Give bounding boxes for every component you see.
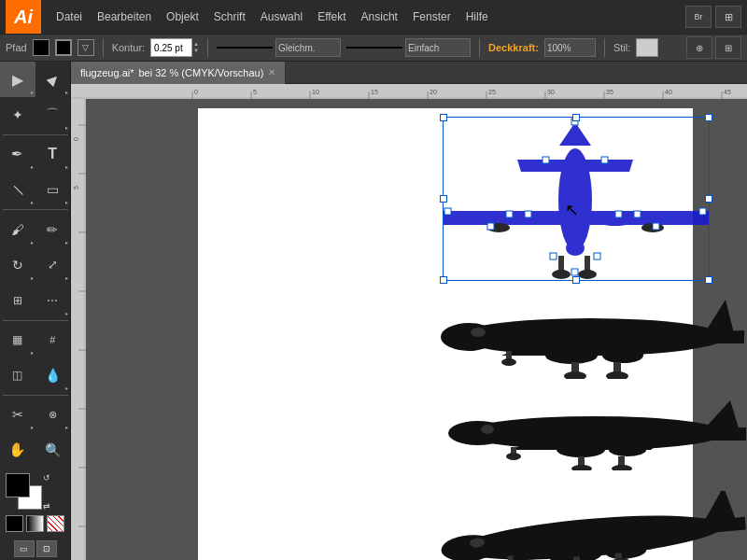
separator-2 (207, 38, 208, 57)
menu-fenster[interactable]: Fenster (405, 0, 458, 34)
document-canvas: ↖ (198, 108, 693, 560)
bridge-button[interactable]: Br (685, 6, 712, 28)
swap-colors-icon[interactable]: ⇄ (43, 501, 50, 511)
svg-marker-80 (703, 427, 746, 441)
tool-row-1: ▶ ▸ ▶ ▸ (0, 62, 70, 97)
svg-rect-58 (653, 223, 659, 230)
svg-rect-22 (71, 99, 86, 560)
type-tool[interactable]: T ▸ (35, 136, 71, 172)
pencil-icon: ✏ (47, 222, 58, 237)
free-transform-tool[interactable]: ⊞ (0, 283, 35, 318)
menu-ansicht[interactable]: Ansicht (354, 0, 405, 34)
canvas-scroll-area[interactable]: ↖ (86, 99, 747, 560)
plane2-svg[interactable] (427, 295, 747, 379)
svg-point-70 (471, 328, 486, 337)
tab-close-button[interactable]: ✕ (268, 67, 275, 77)
stroke-end-group: Einfach (346, 38, 471, 57)
blend-icon: ⋯ (47, 294, 58, 307)
svg-text:30: 30 (547, 89, 555, 95)
svg-point-83 (609, 443, 646, 456)
document-tab[interactable]: flugzeug.ai* bei 32 % (CMYK/Vorschau) ✕ (71, 62, 286, 84)
eyedropper-tool[interactable]: 💧 ▸ (35, 357, 71, 393)
pen-tool[interactable]: ✒ ▸ (0, 136, 35, 172)
full-screen-button[interactable]: ⊡ (36, 540, 57, 557)
color-mode-row (6, 515, 64, 532)
workspace-button[interactable]: ⊞ (715, 6, 741, 28)
zoom-tool[interactable]: 🔍 (35, 432, 71, 468)
main-area: ▶ ▸ ▶ ▸ ✦ ⌒ ▸ ✒ ▸ T ▸ (0, 62, 747, 560)
fill-none-button[interactable] (6, 515, 23, 532)
stroke-type-select[interactable]: Gleichm. (275, 38, 341, 57)
pencil-tool[interactable]: ✏ ▸ (35, 212, 71, 247)
tool-corner-3: ▸ (65, 124, 68, 131)
mesh-tool[interactable]: # (35, 322, 71, 357)
stroke-options[interactable]: ▽ (78, 39, 94, 56)
opacity-select[interactable]: 100% (544, 38, 596, 57)
reset-colors-icon[interactable]: ↺ (43, 473, 50, 483)
unknown-tool[interactable]: ⊗ ▸ (35, 397, 71, 432)
plane4-svg[interactable] (427, 491, 747, 560)
stroke-swatch[interactable] (55, 39, 72, 56)
svg-rect-55 (615, 211, 622, 217)
foreground-color-swatch[interactable] (6, 473, 30, 497)
svg-rect-98 (573, 556, 581, 560)
svg-text:0: 0 (73, 137, 79, 141)
line-tool[interactable]: | ▸ (0, 172, 35, 207)
magic-wand-tool[interactable]: ✦ (0, 97, 35, 133)
stroke-end-select[interactable]: Einfach (405, 38, 471, 57)
plane1-svg[interactable] (443, 118, 709, 281)
tool-corner-indicator: ▸ (31, 89, 34, 95)
magic-wand-icon: ✦ (12, 107, 23, 122)
rectangle-tool[interactable]: ▭ ▸ (35, 172, 71, 207)
options-bar: Pfad ▽ Kontur: 0.25 pt ▲▼ Gleichm. Einfa… (0, 34, 747, 62)
view-settings-button[interactable]: ⊞ (715, 36, 741, 59)
lasso-tool[interactable]: ⌒ ▸ (35, 97, 71, 133)
plane3-svg[interactable] (427, 396, 747, 470)
arrange-button[interactable]: ⊕ (686, 36, 712, 59)
menu-datei[interactable]: Datei (49, 0, 90, 34)
selection-tool[interactable]: ▶ ▸ (0, 62, 35, 97)
scissors-icon: ✂ (12, 407, 23, 422)
svg-text:5: 5 (253, 89, 257, 95)
tool-row-4: | ▸ ▭ ▸ (0, 172, 70, 207)
none-button[interactable] (47, 515, 64, 532)
paintbrush-tool[interactable]: 🖌 ▸ (0, 212, 35, 247)
svg-rect-61 (550, 253, 557, 259)
scale-tool[interactable]: ⤢ ▸ (35, 247, 71, 283)
tool-corner-10: ▸ (31, 274, 34, 281)
rotate-tool[interactable]: ↻ ▸ (0, 247, 35, 283)
menu-effekt[interactable]: Effekt (310, 0, 353, 34)
kontur-spinner[interactable]: ▲▼ (193, 41, 199, 54)
column-graph-tool[interactable]: ▦ ▸ (0, 322, 35, 357)
menu-schrift[interactable]: Schrift (206, 0, 253, 34)
scale-icon: ⤢ (48, 258, 58, 272)
gradient-tool[interactable]: ◫ (0, 357, 35, 393)
tool-corner-4: ▸ (31, 163, 34, 170)
rectangle-icon: ▭ (47, 182, 59, 197)
tool-row-7: ⊞ ⋯ ▸ (0, 283, 70, 318)
svg-rect-53 (506, 211, 513, 217)
hand-tool[interactable]: ✋ (0, 432, 35, 468)
scissors-tool[interactable]: ✂ ▸ (0, 397, 35, 432)
menu-auswahl[interactable]: Auswahl (253, 0, 310, 34)
svg-rect-60 (601, 157, 608, 163)
blend-tool[interactable]: ⋯ ▸ (35, 283, 71, 318)
svg-point-69 (602, 348, 643, 363)
normal-screen-icon: ▭ (20, 544, 28, 553)
direct-selection-icon: ▶ (44, 70, 62, 88)
direct-selection-tool[interactable]: ▶ ▸ (35, 62, 71, 97)
svg-point-82 (557, 442, 605, 457)
kontur-input[interactable]: 0.25 pt (150, 38, 192, 57)
gradient-button[interactable] (26, 515, 44, 532)
style-swatch[interactable] (636, 38, 658, 57)
menu-bearbeiten[interactable]: Bearbeiten (90, 0, 159, 34)
svg-marker-40 (559, 122, 591, 146)
fill-swatch[interactable] (33, 39, 49, 56)
normal-screen-button[interactable]: ▭ (14, 540, 35, 557)
menu-objekt[interactable]: Objekt (159, 0, 206, 34)
menu-hilfe[interactable]: Hilfe (458, 0, 496, 34)
tool-corner-11: ▸ (65, 274, 68, 281)
color-swatches[interactable]: ↺ ⇄ (6, 473, 50, 511)
svg-point-87 (612, 465, 632, 470)
svg-point-76 (501, 358, 516, 366)
